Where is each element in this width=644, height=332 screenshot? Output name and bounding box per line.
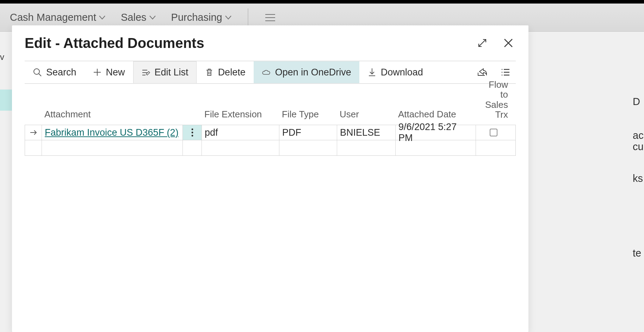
col-flow-to-sales-trx[interactable]: Flow to Sales Trx: [476, 80, 511, 125]
cell-attached-date[interactable]: 9/6/2021 5:27 PM: [396, 125, 476, 140]
table-row[interactable]: [25, 140, 516, 156]
search-button[interactable]: Search: [25, 61, 85, 83]
table-header-row: Attachment File Extension File Type User…: [25, 84, 516, 125]
row-more-actions-icon[interactable]: [183, 125, 202, 140]
button-label: Open in OneDrive: [275, 67, 351, 78]
download-icon: [367, 68, 377, 77]
svg-point-0: [34, 69, 39, 74]
dialog-toolbar: Search New Edit List Delete: [25, 61, 516, 84]
cell-user[interactable]: BNIELSE: [337, 125, 396, 140]
col-file-extension[interactable]: File Extension: [202, 109, 279, 125]
svg-point-1: [191, 129, 193, 130]
attached-documents-dialog: Edit - Attached Documents Search New: [12, 25, 528, 332]
button-label: New: [106, 67, 125, 78]
background-fragment: cur: [633, 141, 644, 153]
background-fragment: ac: [633, 130, 644, 141]
background-fragment: D: [633, 96, 644, 107]
trash-icon: [205, 68, 214, 77]
dialog-title: Edit - Attached Documents: [25, 35, 204, 51]
nav-item-label: Cash Management: [10, 12, 96, 23]
cell-flow-checkbox[interactable]: [476, 125, 511, 140]
download-button[interactable]: Download: [359, 61, 431, 83]
edit-list-button[interactable]: Edit List: [133, 61, 197, 83]
expand-icon[interactable]: [475, 36, 490, 50]
attachment-link[interactable]: Fabrikam Invoice US D365F (2): [42, 125, 183, 140]
open-in-onedrive-button[interactable]: Open in OneDrive: [254, 61, 359, 83]
chevron-down-icon: [99, 16, 105, 20]
nav-divider: [248, 8, 248, 27]
cloud-icon: [262, 68, 271, 77]
checkbox-icon[interactable]: [490, 129, 497, 136]
background-selection: [0, 90, 12, 111]
delete-button[interactable]: Delete: [197, 61, 254, 83]
list-view-icon[interactable]: [498, 65, 513, 80]
row-selector-arrow-icon[interactable]: [25, 125, 42, 140]
edit-list-icon: [141, 68, 150, 77]
button-label: Search: [46, 67, 76, 78]
close-icon[interactable]: [501, 36, 516, 50]
nav-item-label: Sales: [121, 12, 147, 23]
col-user[interactable]: User: [337, 109, 395, 125]
col-file-type[interactable]: File Type: [279, 109, 337, 125]
chevron-down-icon: [149, 16, 156, 20]
plus-icon: [93, 68, 102, 77]
background-fragment: ks: [633, 173, 644, 184]
chevron-down-icon: [225, 16, 231, 20]
nav-item-label: Purchasing: [171, 12, 222, 23]
background-fragment: te: [633, 247, 644, 259]
documents-table: Attachment File Extension File Type User…: [25, 84, 516, 156]
cell-file-extension[interactable]: pdf: [202, 125, 279, 140]
table-row[interactable]: Fabrikam Invoice US D365F (2) pdf PDF BN…: [25, 125, 516, 140]
button-label: Download: [381, 67, 423, 78]
col-attachment[interactable]: Attachment: [42, 109, 182, 125]
share-icon[interactable]: [475, 65, 490, 80]
button-label: Edit List: [155, 67, 188, 78]
cell-file-type[interactable]: PDF: [279, 125, 337, 140]
search-icon: [33, 68, 42, 77]
hamburger-menu-icon[interactable]: [257, 14, 284, 21]
svg-point-2: [191, 132, 193, 134]
button-label: Delete: [218, 67, 246, 78]
new-button[interactable]: New: [85, 61, 133, 83]
svg-point-3: [191, 135, 193, 137]
